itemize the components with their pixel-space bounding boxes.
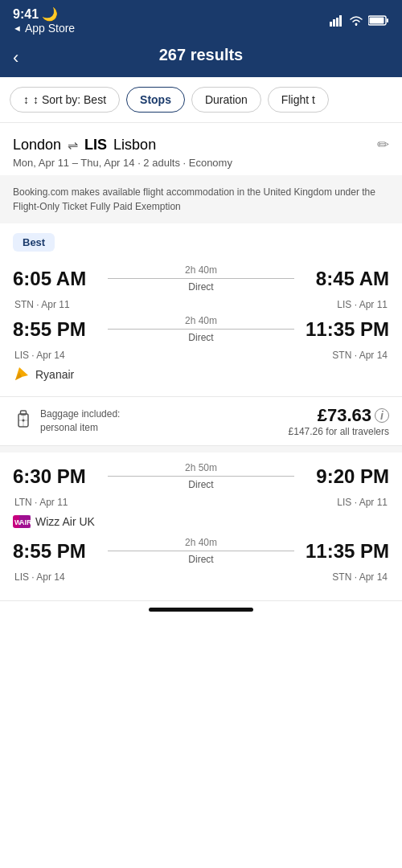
baggage-info: Baggage included: personal item: [13, 407, 120, 435]
flight-line-card2-2: [108, 551, 294, 551]
flight-middle-2: 2h 40m Direct: [101, 315, 301, 343]
wizzair-icon: W AIR: [13, 515, 31, 528]
price-info-icon[interactable]: i: [375, 408, 389, 423]
svg-rect-0: [330, 22, 332, 27]
stops-card2-1: Direct: [188, 479, 213, 490]
flight-line-2: [108, 329, 294, 330]
outbound-leg-2: 6:30 PM 2h 50m Direct 9:20 PM: [13, 462, 389, 490]
return-leg-2: 8:55 PM 2h 40m Direct 11:35 PM: [13, 537, 389, 565]
home-indicator: [149, 608, 253, 612]
back-button[interactable]: ‹: [13, 47, 18, 68]
depart-time-card2-2: 8:55 PM: [13, 540, 101, 563]
arrive-airport-2: STN · Apr 14: [332, 350, 388, 361]
route-info: London ⇌ LIS Lisbon ✏ Mon, Apr 11 – Thu,…: [0, 123, 402, 175]
flight-line-card2-1: [108, 476, 294, 477]
airport-row-card2-2: LIS · Apr 14 STN · Apr 14: [13, 571, 389, 583]
duration-filter-button[interactable]: Duration: [191, 87, 261, 113]
wifi-icon: [349, 15, 363, 27]
route-from: London: [13, 137, 61, 154]
filter-bar: ↕ ↕ Sort by: Best Stops Duration Flight …: [0, 77, 402, 123]
baggage-text: Baggage included: personal item: [40, 407, 120, 435]
route-details: Mon, Apr 11 – Thu, Apr 14 · 2 adults · E…: [13, 157, 389, 169]
card-divider: [0, 446, 402, 452]
info-banner: Booking.com makes available flight accom…: [0, 175, 402, 223]
duration-2: 2h 40m: [185, 315, 217, 326]
duration-card2-1: 2h 50m: [185, 462, 217, 473]
airline-name-2: Wizz Air UK: [35, 515, 95, 528]
moon-icon: 🌙: [42, 7, 58, 21]
arrive-time-1: 8:45 AM: [301, 268, 389, 290]
baggage-icon: [13, 407, 34, 435]
stops-1: Direct: [188, 281, 213, 293]
arrive-time-2: 11:35 PM: [301, 318, 389, 341]
suitcase-icon: [13, 407, 34, 430]
status-app-store: ◄ App Store: [13, 22, 75, 35]
battery-icon: [368, 15, 389, 26]
return-leg-1: 8:55 PM 2h 40m Direct 11:35 PM: [13, 315, 389, 343]
airport-row-card2-1: LTN · Apr 11 LIS · Apr 11: [13, 497, 389, 508]
svg-point-14: [23, 420, 25, 422]
airline-row-1: Ryanair: [13, 366, 389, 383]
flight-middle-card2-2: 2h 40m Direct: [101, 537, 301, 565]
airline-row-2: W AIR Wizz Air UK: [13, 513, 389, 530]
svg-rect-1: [333, 19, 335, 27]
route-code: LIS: [84, 137, 107, 154]
arrive-airport-card2-1: LIS · Apr 11: [337, 497, 388, 508]
outbound-leg: 6:05 AM 2h 40m Direct 8:45 AM: [13, 264, 389, 293]
depart-time-2: 8:55 PM: [13, 318, 101, 341]
route-to: Lisbon: [113, 137, 156, 154]
price-row-1: Baggage included: personal item £73.63 i…: [0, 397, 402, 446]
svg-rect-2: [336, 18, 338, 27]
flight-middle-card2-1: 2h 50m Direct: [101, 462, 301, 490]
ryanair-icon: [13, 366, 31, 383]
depart-airport-card2-2: LIS · Apr 14: [14, 571, 65, 583]
flight-card-2[interactable]: 6:30 PM 2h 50m Direct 9:20 PM LTN · Apr …: [0, 452, 402, 601]
ryanair-logo: [13, 366, 31, 383]
best-badge: Best: [13, 233, 55, 252]
airline-name-1: Ryanair: [35, 368, 74, 381]
flight-line-1: [108, 278, 294, 279]
svg-point-4: [355, 23, 358, 25]
sort-filter-button[interactable]: ↕ ↕ Sort by: Best: [10, 87, 120, 113]
airport-row-1: STN · Apr 11 LIS · Apr 11: [13, 299, 389, 310]
status-bar: 9:41 🌙 ◄ App Store: [0, 0, 402, 38]
flight-filter-button[interactable]: Flight t: [268, 87, 329, 113]
signal-icon: [330, 15, 344, 27]
results-count: 267 results: [13, 46, 389, 64]
wizzair-logo: W AIR: [13, 513, 31, 530]
edit-route-button[interactable]: ✏: [377, 136, 389, 154]
route-arrow: ⇌: [68, 137, 78, 153]
depart-time-card2-1: 6:30 PM: [13, 465, 101, 488]
depart-airport-2: LIS · Apr 14: [14, 350, 65, 361]
airport-row-2: LIS · Apr 14 STN · Apr 14: [13, 350, 389, 361]
svg-rect-7: [370, 18, 384, 24]
depart-time-1: 6:05 AM: [13, 268, 101, 290]
svg-text:AIR: AIR: [19, 518, 31, 526]
svg-rect-6: [387, 18, 388, 23]
depart-airport-1: STN · Apr 11: [14, 299, 70, 310]
status-time: 9:41 🌙: [13, 6, 75, 22]
price-main-1: £73.63: [318, 405, 371, 426]
svg-rect-3: [339, 15, 342, 27]
flight-card-1[interactable]: 6:05 AM 2h 40m Direct 8:45 AM STN · Apr …: [0, 255, 402, 397]
status-icons: [330, 15, 389, 27]
stops-2: Direct: [188, 332, 213, 343]
price-info-1: £73.63 i £147.26 for all travelers: [289, 405, 389, 437]
arrive-time-card2-1: 9:20 PM: [301, 465, 389, 488]
header: ‹ 267 results: [0, 38, 402, 77]
duration-card2-2: 2h 40m: [185, 537, 217, 548]
stops-card2-2: Direct: [188, 554, 213, 565]
duration-1: 2h 40m: [185, 264, 217, 276]
depart-airport-card2-1: LTN · Apr 11: [14, 497, 68, 508]
sort-icon: ↕: [23, 93, 29, 106]
price-sub-1: £147.26 for all travelers: [289, 426, 389, 437]
arrive-time-card2-2: 11:35 PM: [301, 540, 389, 563]
flight-middle-1: 2h 40m Direct: [101, 264, 301, 293]
arrive-airport-card2-2: STN · Apr 14: [332, 571, 388, 583]
arrive-airport-1: LIS · Apr 11: [337, 299, 388, 310]
stops-filter-button[interactable]: Stops: [126, 87, 185, 113]
